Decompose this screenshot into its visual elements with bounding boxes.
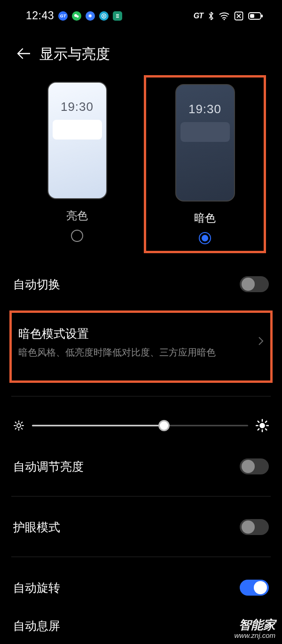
theme-option-light[interactable]: 19:30 亮色 xyxy=(16,75,138,253)
theme-option-dark[interactable]: 19:30 暗色 xyxy=(144,75,266,253)
preview-widget xyxy=(180,122,230,142)
wechat-icon xyxy=(72,11,81,21)
row-auto-switch[interactable]: 自动切换 xyxy=(0,267,282,301)
toggle-auto-switch[interactable] xyxy=(240,276,269,292)
svg-point-8 xyxy=(17,424,21,427)
status-bar: 12:43 GT ✱ GT xyxy=(0,0,282,26)
row-title: 暗色模式设置 xyxy=(18,326,216,341)
row-label: 护眼模式 xyxy=(13,520,60,535)
svg-point-1 xyxy=(77,15,79,17)
preview-time: 19:30 xyxy=(61,100,94,114)
slider-fill xyxy=(32,425,164,427)
preview-widget xyxy=(53,120,102,140)
toggle-eye-care[interactable] xyxy=(240,519,269,535)
watermark-url: www.znj.com xyxy=(234,632,275,640)
svg-rect-7 xyxy=(250,14,254,18)
radio-light[interactable] xyxy=(71,230,83,242)
row-auto-rotate[interactable]: 自动旋转 xyxy=(0,571,282,604)
gt-logo-icon: GT xyxy=(194,12,203,20)
bluetooth-badge-icon: ✱ xyxy=(86,11,95,21)
brightness-high-icon xyxy=(256,419,269,432)
chevron-right-icon xyxy=(253,336,264,349)
back-icon[interactable] xyxy=(17,47,30,62)
status-left: 12:43 GT ✱ xyxy=(26,9,122,22)
watermark-title: 智能家 xyxy=(234,618,275,632)
toggle-auto-rotate[interactable] xyxy=(240,580,269,596)
row-eye-care[interactable]: 护眼模式 xyxy=(0,511,282,543)
divider xyxy=(11,496,271,497)
theme-preview-dark: 19:30 xyxy=(175,84,235,202)
toggle-auto-brightness[interactable] xyxy=(240,458,269,474)
theme-label-dark: 暗色 xyxy=(194,211,216,225)
status-right: GT xyxy=(194,11,263,21)
dnd-icon xyxy=(234,11,243,21)
row-label: 自动切换 xyxy=(13,277,60,292)
svg-rect-6 xyxy=(261,15,263,17)
page-title: 显示与亮度 xyxy=(39,45,110,64)
header: 显示与亮度 xyxy=(0,26,282,75)
status-time: 12:43 xyxy=(26,9,54,22)
row-auto-brightness[interactable]: 自动调节亮度 xyxy=(0,450,282,483)
theme-label-light: 亮色 xyxy=(66,209,88,223)
wifi-icon xyxy=(219,12,229,20)
row-dark-mode-settings[interactable]: 暗色模式设置 暗色风格、低亮度时降低对比度、三方应用暗色 xyxy=(9,310,273,383)
brightness-low-icon xyxy=(13,420,24,431)
slider-thumb[interactable] xyxy=(158,420,170,431)
watermark: 智能家 www.znj.com xyxy=(234,618,275,639)
preview-time: 19:30 xyxy=(188,102,221,116)
brightness-slider[interactable] xyxy=(32,420,248,431)
status-app2-icon xyxy=(113,11,122,21)
row-label: 自动息屏 xyxy=(13,618,60,634)
bluetooth-icon xyxy=(208,11,214,21)
battery-icon xyxy=(248,12,263,20)
svg-point-9 xyxy=(259,423,265,428)
status-app1-icon xyxy=(99,11,109,21)
status-gt-icon: GT xyxy=(58,11,68,21)
row-subtitle: 暗色风格、低亮度时降低对比度、三方应用暗色 xyxy=(18,346,216,359)
row-label: 自动调节亮度 xyxy=(13,459,84,474)
divider xyxy=(11,557,271,557)
brightness-slider-row xyxy=(0,396,282,442)
theme-selector: 19:30 亮色 19:30 暗色 xyxy=(0,75,282,258)
svg-point-3 xyxy=(224,19,225,20)
row-label: 自动旋转 xyxy=(13,580,60,596)
radio-dark[interactable] xyxy=(199,232,211,244)
theme-preview-light: 19:30 xyxy=(47,82,107,199)
